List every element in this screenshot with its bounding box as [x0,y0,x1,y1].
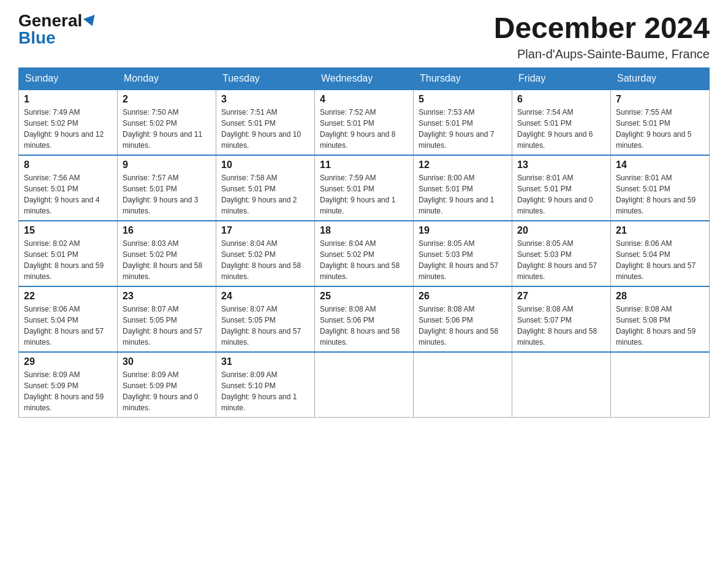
day-info: Sunrise: 7:58 AMSunset: 5:01 PMDaylight:… [221,172,309,216]
table-row: 7 Sunrise: 7:55 AMSunset: 5:01 PMDayligh… [611,90,710,155]
day-info: Sunrise: 8:08 AMSunset: 5:06 PMDaylight:… [419,304,507,348]
day-info: Sunrise: 8:04 AMSunset: 5:02 PMDaylight:… [320,238,408,282]
day-info: Sunrise: 8:08 AMSunset: 5:06 PMDaylight:… [320,304,408,348]
table-row: 29 Sunrise: 8:09 AMSunset: 5:09 PMDaylig… [19,352,118,418]
col-wednesday: Wednesday [315,67,414,90]
col-sunday: Sunday [19,67,118,90]
col-saturday: Saturday [611,67,710,90]
day-number: 27 [517,291,605,302]
logo-triangle-icon [83,15,98,28]
table-row [315,352,414,418]
logo-blue: Blue [18,29,56,47]
table-row: 23 Sunrise: 8:07 AMSunset: 5:05 PMDaylig… [118,286,216,352]
day-number: 23 [123,291,211,302]
day-number: 7 [616,94,704,105]
table-row: 9 Sunrise: 7:57 AMSunset: 5:01 PMDayligh… [118,155,216,221]
day-number: 14 [616,159,704,170]
day-info: Sunrise: 8:07 AMSunset: 5:05 PMDaylight:… [221,304,309,348]
day-number: 18 [320,225,408,236]
day-info: Sunrise: 7:53 AMSunset: 5:01 PMDaylight:… [419,107,507,151]
table-row: 19 Sunrise: 8:05 AMSunset: 5:03 PMDaylig… [414,221,512,286]
table-row: 6 Sunrise: 7:54 AMSunset: 5:01 PMDayligh… [512,90,611,155]
day-number: 30 [123,356,211,367]
logo-text: General [18,12,97,29]
day-info: Sunrise: 8:09 AMSunset: 5:10 PMDaylight:… [221,369,309,413]
day-number: 22 [24,291,112,302]
day-number: 16 [123,225,211,236]
table-row: 22 Sunrise: 8:06 AMSunset: 5:04 PMDaylig… [19,286,118,352]
location: Plan-d'Aups-Sainte-Baume, France [494,47,710,61]
day-info: Sunrise: 7:51 AMSunset: 5:01 PMDaylight:… [221,107,309,151]
title-section: December 2024 Plan-d'Aups-Sainte-Baume, … [494,12,710,61]
table-row: 20 Sunrise: 8:05 AMSunset: 5:03 PMDaylig… [512,221,611,286]
day-number: 29 [24,356,112,367]
day-info: Sunrise: 8:06 AMSunset: 5:04 PMDaylight:… [616,238,704,282]
day-info: Sunrise: 7:52 AMSunset: 5:01 PMDaylight:… [320,107,408,151]
day-info: Sunrise: 7:57 AMSunset: 5:01 PMDaylight:… [123,172,211,216]
table-row: 16 Sunrise: 8:03 AMSunset: 5:02 PMDaylig… [118,221,216,286]
day-number: 12 [419,159,507,170]
logo-general: General [18,11,82,30]
day-number: 9 [123,159,211,170]
day-info: Sunrise: 7:50 AMSunset: 5:02 PMDaylight:… [123,107,211,151]
day-info: Sunrise: 7:59 AMSunset: 5:01 PMDaylight:… [320,172,408,216]
day-number: 3 [221,94,309,105]
day-info: Sunrise: 8:06 AMSunset: 5:04 PMDaylight:… [24,304,112,348]
table-row: 25 Sunrise: 8:08 AMSunset: 5:06 PMDaylig… [315,286,414,352]
day-number: 25 [320,291,408,302]
calendar-week-5: 29 Sunrise: 8:09 AMSunset: 5:09 PMDaylig… [19,352,710,418]
day-info: Sunrise: 7:55 AMSunset: 5:01 PMDaylight:… [616,107,704,151]
table-row: 5 Sunrise: 7:53 AMSunset: 5:01 PMDayligh… [414,90,512,155]
col-monday: Monday [118,67,216,90]
day-number: 8 [24,159,112,170]
day-info: Sunrise: 7:56 AMSunset: 5:01 PMDaylight:… [24,172,112,216]
table-row: 13 Sunrise: 8:01 AMSunset: 5:01 PMDaylig… [512,155,611,221]
day-number: 19 [419,225,507,236]
day-number: 4 [320,94,408,105]
table-row: 18 Sunrise: 8:04 AMSunset: 5:02 PMDaylig… [315,221,414,286]
table-row: 26 Sunrise: 8:08 AMSunset: 5:06 PMDaylig… [414,286,512,352]
table-row: 14 Sunrise: 8:01 AMSunset: 5:01 PMDaylig… [611,155,710,221]
table-row: 30 Sunrise: 8:09 AMSunset: 5:09 PMDaylig… [118,352,216,418]
table-row [512,352,611,418]
day-info: Sunrise: 8:07 AMSunset: 5:05 PMDaylight:… [123,304,211,348]
day-info: Sunrise: 8:09 AMSunset: 5:09 PMDaylight:… [24,369,112,413]
day-info: Sunrise: 8:04 AMSunset: 5:02 PMDaylight:… [221,238,309,282]
table-row: 21 Sunrise: 8:06 AMSunset: 5:04 PMDaylig… [611,221,710,286]
day-number: 13 [517,159,605,170]
day-info: Sunrise: 8:05 AMSunset: 5:03 PMDaylight:… [419,238,507,282]
col-thursday: Thursday [414,67,512,90]
table-row: 28 Sunrise: 8:08 AMSunset: 5:08 PMDaylig… [611,286,710,352]
day-info: Sunrise: 8:08 AMSunset: 5:08 PMDaylight:… [616,304,704,348]
table-row: 4 Sunrise: 7:52 AMSunset: 5:01 PMDayligh… [315,90,414,155]
page-header: General Blue December 2024 Plan-d'Aups-S… [18,12,710,61]
month-title: December 2024 [494,12,710,45]
table-row [414,352,512,418]
day-number: 1 [24,94,112,105]
calendar-week-4: 22 Sunrise: 8:06 AMSunset: 5:04 PMDaylig… [19,286,710,352]
day-number: 10 [221,159,309,170]
day-number: 21 [616,225,704,236]
col-friday: Friday [512,67,611,90]
calendar-table: Sunday Monday Tuesday Wednesday Thursday… [18,67,710,418]
day-number: 17 [221,225,309,236]
table-row: 3 Sunrise: 7:51 AMSunset: 5:01 PMDayligh… [216,90,315,155]
calendar-body: 1 Sunrise: 7:49 AMSunset: 5:02 PMDayligh… [19,90,710,418]
day-number: 24 [221,291,309,302]
day-number: 28 [616,291,704,302]
day-info: Sunrise: 8:01 AMSunset: 5:01 PMDaylight:… [616,172,704,216]
calendar-week-2: 8 Sunrise: 7:56 AMSunset: 5:01 PMDayligh… [19,155,710,221]
day-info: Sunrise: 7:49 AMSunset: 5:02 PMDaylight:… [24,107,112,151]
day-number: 15 [24,225,112,236]
day-number: 5 [419,94,507,105]
day-number: 20 [517,225,605,236]
table-row [611,352,710,418]
table-row: 2 Sunrise: 7:50 AMSunset: 5:02 PMDayligh… [118,90,216,155]
day-info: Sunrise: 8:08 AMSunset: 5:07 PMDaylight:… [517,304,605,348]
day-info: Sunrise: 8:01 AMSunset: 5:01 PMDaylight:… [517,172,605,216]
table-row: 27 Sunrise: 8:08 AMSunset: 5:07 PMDaylig… [512,286,611,352]
table-row: 1 Sunrise: 7:49 AMSunset: 5:02 PMDayligh… [19,90,118,155]
day-number: 11 [320,159,408,170]
table-row: 17 Sunrise: 8:04 AMSunset: 5:02 PMDaylig… [216,221,315,286]
logo: General Blue [18,12,97,47]
